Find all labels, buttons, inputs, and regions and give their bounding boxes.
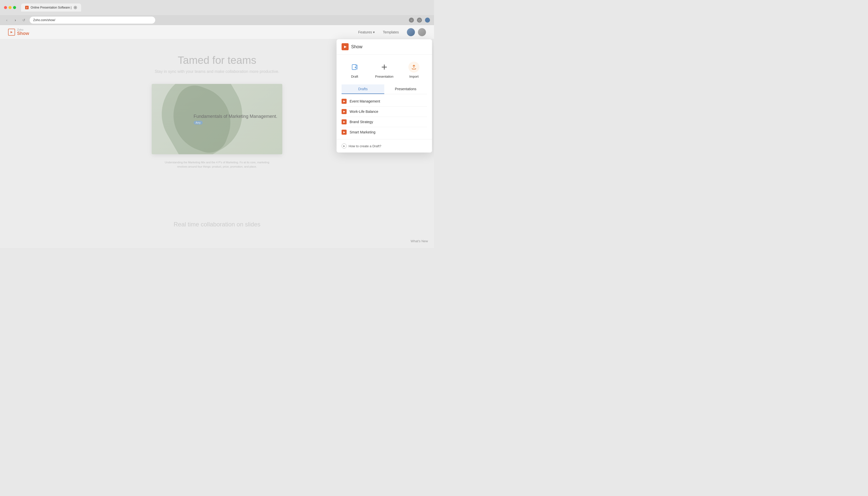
show-dropdown-panel: ▶ Show Draft (336, 39, 432, 153)
presentations-tab[interactable]: Presentations (384, 84, 427, 94)
item-label-work-life-balance: Work-Life Balance (350, 110, 378, 113)
list-item-brand-strategy[interactable]: ▶ Brand Strategy (336, 117, 432, 127)
tab-title: Online Presentation Software | (31, 6, 72, 9)
item-icon-smart-marketing: ▶ (342, 130, 347, 135)
address-input[interactable]: Zoho.com/show/ (30, 17, 155, 24)
maximize-window-button[interactable] (13, 6, 16, 9)
list-item-event-management[interactable]: ▶ Event Management (336, 96, 432, 106)
presentation-label: Presentation (375, 75, 393, 78)
play-icon: ▶ (342, 143, 347, 149)
item-label-brand-strategy: Brand Strategy (350, 120, 373, 124)
minimize-window-button[interactable] (9, 6, 12, 9)
tab-bar: Z Online Presentation Software | × (21, 3, 81, 12)
panel-tabs: Drafts Presentations (342, 84, 427, 94)
back-button[interactable]: ‹ (4, 17, 10, 23)
browser-titlebar: Z Online Presentation Software | × (0, 0, 434, 15)
item-icon-work-life-balance: ▶ (342, 109, 347, 114)
panel-title: Show (351, 44, 362, 49)
item-icon-brand-strategy: ▶ (342, 119, 347, 124)
tab-close-button[interactable]: × (74, 6, 77, 9)
extension-icon[interactable]: ⬡ (417, 18, 422, 22)
panel-actions: Draft Presentation (336, 55, 432, 84)
import-action-button[interactable]: Import (404, 60, 424, 80)
new-presentation-button[interactable]: Presentation (371, 60, 397, 80)
list-item-work-life-balance[interactable]: ▶ Work-Life Balance (336, 107, 432, 117)
how-to-create-draft-link[interactable]: How to create a Draft? (349, 144, 381, 148)
import-icon (408, 62, 420, 73)
page-wrapper: ▶ Zoho Show Features ▾ Templates (0, 25, 434, 248)
drafts-tab[interactable]: Drafts (342, 84, 384, 94)
import-label: Import (409, 75, 419, 78)
draft-action-button[interactable]: Draft (345, 60, 364, 80)
draft-label: Draft (351, 75, 358, 78)
toolbar-right: ☆ ⬡ (409, 18, 430, 22)
item-label-event-management: Event Management (350, 99, 380, 103)
address-bar-row: ‹ › ↺ Zoho.com/show/ ☆ ⬡ (0, 15, 434, 25)
profile-avatar[interactable] (425, 18, 430, 22)
panel-footer: ▶ How to create a Draft? (336, 139, 432, 153)
refresh-button[interactable]: ↺ (21, 17, 27, 23)
list-item-smart-marketing[interactable]: ▶ Smart Marketing (336, 127, 432, 137)
tab-favicon: Z (25, 6, 29, 9)
forward-button[interactable]: › (13, 17, 18, 23)
close-window-button[interactable] (4, 6, 7, 9)
browser-tab[interactable]: Z Online Presentation Software | × (21, 3, 81, 12)
draft-icon (349, 62, 360, 73)
bookmark-icon[interactable]: ☆ (409, 18, 414, 22)
panel-list: ▶ Event Management ▶ Work-Life Balance ▶… (336, 94, 432, 139)
traffic-lights (4, 6, 16, 9)
presentation-add-icon (379, 62, 390, 73)
panel-header: ▶ Show (336, 39, 432, 55)
item-icon-event-management: ▶ (342, 99, 347, 104)
website-background: ▶ Zoho Show Features ▾ Templates (0, 25, 434, 248)
item-label-smart-marketing: Smart Marketing (350, 130, 376, 134)
panel-logo-icon: ▶ (342, 43, 349, 50)
